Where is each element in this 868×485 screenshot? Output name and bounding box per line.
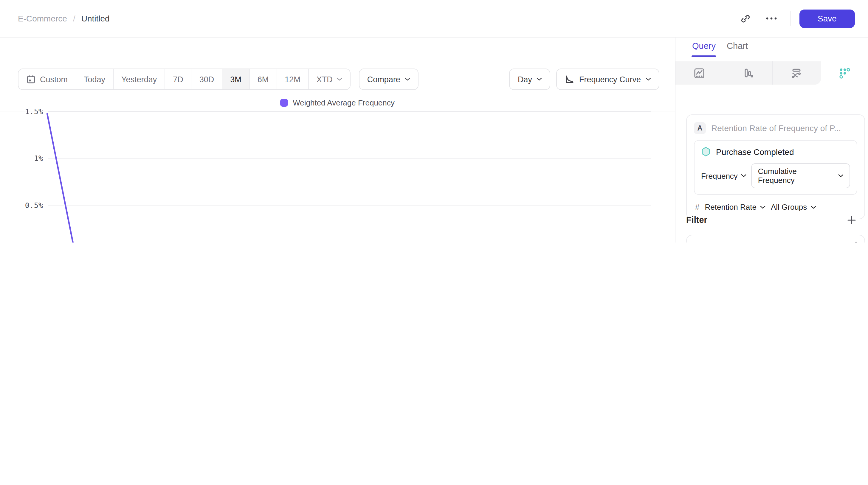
range-label: 12M [285,75,301,84]
filter-property[interactable]: Browser [708,241,741,243]
svg-text:1.5%: 1.5% [25,107,43,116]
ellipsis-icon [766,17,777,20]
flows-chart-icon [791,67,803,79]
link-icon [740,13,750,24]
svg-text:0.5%: 0.5% [25,201,43,210]
measure-value: Frequency [701,171,738,180]
range-label: 3M [230,75,242,84]
range-label: 7D [173,75,183,84]
granularity-dropdown[interactable]: Day [509,68,551,90]
filter-title: Filter [686,215,707,225]
chevron-down-icon [760,205,766,209]
panel-tabs: Query Chart [676,37,868,61]
chart-type-frequency[interactable] [820,61,868,85]
range-label: Today [84,75,105,84]
range-button-12m[interactable]: 12M [276,69,308,89]
event-name: Purchase Completed [716,147,794,156]
chart-type-insights[interactable] [676,61,724,85]
range-label: Yesterday [121,75,157,84]
more-options-button[interactable] [763,10,780,27]
aggregation-dropdown[interactable]: Retention Rate [705,202,765,212]
add-filter-button[interactable] [845,214,857,226]
breadcrumb-separator: / [73,14,75,23]
tab-chart[interactable]: Chart [727,41,748,51]
app-window: E-Commerce / Untitled Save [0,0,868,243]
number-symbol: # [695,202,699,212]
event-card: Purchase Completed Frequency Cumulative … [694,140,857,195]
date-range-group: CustomTodayYesterday7D30D3M6M12MXTD [18,68,350,90]
query-panel: Query Chart [675,37,868,243]
range-button-30d[interactable]: 30D [191,69,222,89]
query-series-card: A Retention Rate of Frequency of P... Pu… [686,115,865,219]
measure-type-dropdown[interactable]: Cumulative Frequency [751,163,850,188]
chart-type-flows[interactable] [773,61,820,85]
breadcrumb-project[interactable]: E-Commerce [18,14,67,23]
range-button-7d[interactable]: 7D [164,69,191,89]
chart-mode-value: Frequency Curve [579,75,641,84]
chart-type-tabs [676,61,868,85]
filter-section-header: Filter [686,214,857,226]
insights-chart-icon [693,67,706,79]
range-button-xtd[interactable]: XTD [308,69,350,89]
aggregation-value: Retention Rate [705,202,756,212]
measure-type-value: Cumulative Frequency [758,167,834,185]
save-button[interactable]: Save [800,9,855,28]
chevron-down-icon [405,77,410,81]
range-label: XTD [316,75,333,84]
report-main-area: CustomTodayYesterday7D30D3M6M12MXTD Comp… [0,37,675,243]
range-button-6m[interactable]: 6M [249,69,277,89]
calendar-icon [26,74,36,84]
event-hexagon-icon [701,147,711,157]
top-bar: E-Commerce / Untitled Save [0,0,868,37]
chevron-down-icon [838,174,843,177]
series-title[interactable]: Retention Rate of Frequency of P... [711,123,841,133]
chart-mode-dropdown[interactable]: Frequency Curve [557,68,659,90]
range-button-3m[interactable]: 3M [222,69,249,89]
svg-text:1%: 1% [34,154,43,163]
event-row[interactable]: Purchase Completed [701,147,850,157]
groups-dropdown[interactable]: All Groups [771,202,816,212]
compare-label: Compare [367,75,400,84]
frequency-chart-svg: 0%0.5%1%1.5%2 Hour4 Hour6 Hour8 Hour10 H… [0,101,675,243]
breadcrumb-report-title[interactable]: Untitled [82,14,110,23]
copy-link-button[interactable] [737,10,753,27]
range-button-yesterday[interactable]: Yesterday [113,69,164,89]
chart-type-bars[interactable] [724,61,773,85]
chevron-down-icon [537,77,542,81]
chevron-down-icon [646,77,651,81]
tab-query[interactable]: Query [692,41,716,51]
range-button-today[interactable]: Today [75,69,113,89]
kebab-icon [855,241,857,243]
filter-options-button[interactable] [855,241,857,243]
frequency-dots-icon [839,67,851,79]
measure-dropdown[interactable]: Frequency [701,171,747,180]
toolbar-divider [790,11,791,26]
range-label: Custom [40,75,68,84]
groups-value: All Groups [771,202,807,212]
series-badge: A [694,122,706,134]
property-type-badge: Aa [694,242,703,243]
chevron-down-icon [741,174,747,177]
range-label: 6M [257,75,269,84]
frequency-curve-icon [565,74,575,84]
range-button-custom[interactable]: Custom [19,69,75,89]
active-tab-underline [691,56,716,57]
bars-chart-icon [742,67,754,79]
compare-button[interactable]: Compare [359,68,419,90]
chevron-down-icon [810,205,816,209]
granularity-value: Day [518,75,532,84]
range-label: 30D [199,75,214,84]
filter-card[interactable]: Aa Browser Is Chrome [686,235,865,243]
plus-icon [847,216,856,224]
chevron-down-icon [337,77,342,81]
